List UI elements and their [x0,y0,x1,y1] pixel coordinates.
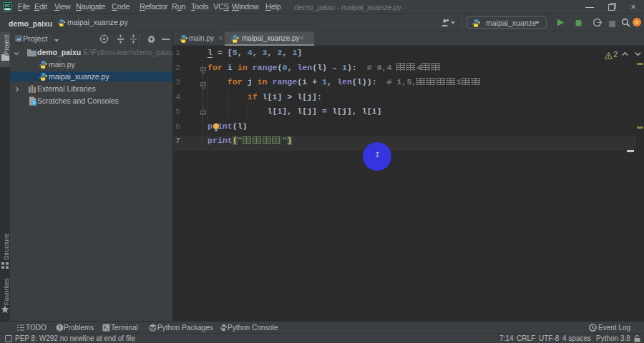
svg-text:PC: PC [5,4,11,8]
